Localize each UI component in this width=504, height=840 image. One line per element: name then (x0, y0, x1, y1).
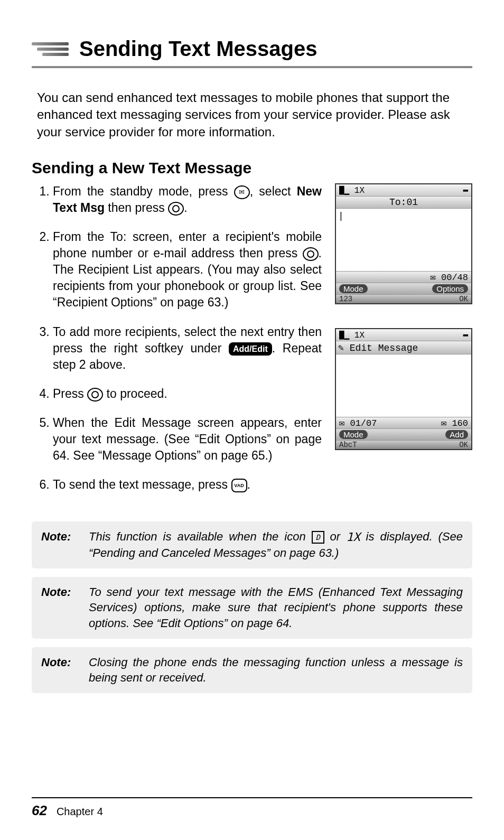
ok-key-icon (87, 388, 103, 402)
char-counter: ✉ 160 (441, 417, 468, 428)
step-2: From the To: screen, enter a recipient's… (53, 229, 322, 311)
battery-icon: ▬ (463, 330, 468, 340)
page-footer: 62 Chapter 4 (32, 797, 472, 819)
note-label: Note: (41, 584, 78, 631)
add-edit-softkey-label: Add/Edit (229, 342, 272, 356)
note-label: Note: (41, 655, 78, 686)
phone-screenshot-edit: █▁ 1X▬ ✎ Edit Message ✉ 01/07✉ 160 ModeA… (335, 328, 472, 450)
screen-title: To:01 (336, 197, 471, 209)
step-6: To send the text message, press VAD. (53, 477, 322, 493)
ok-key-icon (168, 202, 184, 216)
steps-list: From the standby mode, press ✉, select N… (32, 183, 322, 493)
vad-key-icon: VAD (231, 479, 247, 492)
left-softkey: Mode (339, 284, 368, 293)
intro-paragraph: You can send enhanced text messages to m… (37, 89, 472, 141)
ok-label: OK (459, 295, 468, 303)
screen-body: | (336, 209, 471, 272)
page-number: 62 (32, 802, 47, 819)
page-title: Sending Text Messages (79, 37, 318, 61)
ok-label: OK (459, 441, 468, 449)
note-item: Note: Closing the phone ends the messagi… (32, 647, 472, 693)
msg-counter: ✉ 01/07 (339, 417, 377, 428)
step-4: Press to proceed. (53, 386, 322, 402)
battery-icon: ▬ (463, 185, 468, 195)
input-mode: AbcT (339, 441, 357, 449)
note-body: Closing the phone ends the messaging fun… (89, 655, 463, 686)
signal-icon: █▁ 1X (339, 185, 365, 195)
envelope-key-icon: ✉ (234, 185, 250, 199)
char-counter: ✉ 00/48 (431, 272, 468, 283)
left-softkey: Mode (339, 430, 368, 439)
note-item: Note: This function is available when th… (32, 521, 472, 568)
input-mode: 123 (339, 295, 352, 303)
phone-screenshot-to: █▁ 1X▬ To:01 | ✉ 00/48 ModeOptions 123OK (335, 183, 472, 304)
step-3: To add more recipients, select the next … (53, 324, 322, 373)
signal-icon: █▁ 1X (339, 330, 365, 340)
ok-key-icon (303, 247, 319, 261)
one-x-icon: 1X (346, 530, 360, 544)
right-softkey: Options (432, 284, 468, 293)
d-icon: D (312, 531, 324, 544)
page-header: Sending Text Messages (32, 37, 472, 68)
chapter-label: Chapter 4 (57, 806, 103, 818)
note-label: Note: (41, 529, 78, 561)
section-heading: Sending a New Text Message (32, 159, 472, 177)
note-body: To send your text message with the EMS (… (89, 584, 463, 631)
step-1: From the standby mode, press ✉, select N… (53, 183, 322, 216)
notes-section: Note: This function is available when th… (32, 521, 472, 693)
right-softkey: Add (445, 430, 468, 439)
screen-title: ✎ Edit Message (336, 341, 471, 354)
note-item: Note: To send your text message with the… (32, 577, 472, 639)
screen-body (336, 354, 471, 417)
step-5: When the Edit Message screen appears, en… (53, 415, 322, 464)
header-lines-icon (32, 42, 69, 56)
note-body: This function is available when the icon… (89, 529, 463, 561)
